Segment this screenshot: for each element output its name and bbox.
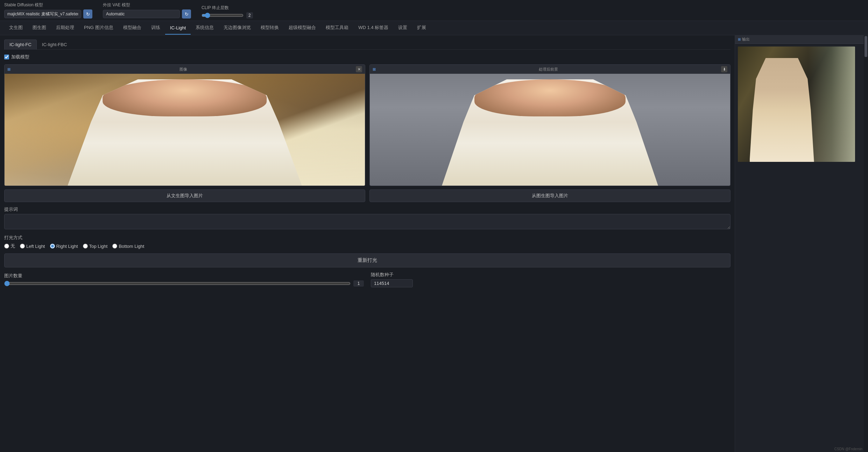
nav-tabs: 文生图 图生图 后期处理 PNG 图片信息 模型融合 训练 IC-Light 系…: [0, 21, 868, 35]
top-bar: Stable Diffusion 模型 majicMIX realistic 麦…: [0, 0, 868, 21]
clip-slider[interactable]: [202, 13, 244, 18]
import-btn-row: 从文生图导入图片 从图生图导入图片: [4, 189, 731, 202]
processed-image-body[interactable]: [370, 74, 730, 186]
vae-select[interactable]: Automatic: [103, 10, 180, 18]
input-image-visual: [5, 74, 365, 186]
count-row: 图片数量 1 随机数种子 114514: [4, 272, 731, 287]
vae-section: 外挂 VAE 模型 Automatic ↻: [103, 2, 191, 19]
nav-tab-postprocess[interactable]: 后期处理: [51, 21, 79, 35]
sub-tab-fc[interactable]: IC-light-FC: [4, 40, 37, 50]
output-image-visual: [738, 46, 855, 162]
nav-tab-pnginfo[interactable]: PNG 图片信息: [79, 21, 118, 35]
model-select[interactable]: majicMIX realistic 麦橘写实_v7.safetensors […: [4, 10, 81, 18]
nav-tab-imagebrowse[interactable]: 无边图像浏览: [219, 21, 256, 35]
lighting-right[interactable]: Right Light: [50, 244, 78, 249]
seed-label: 随机数种子: [371, 272, 731, 278]
lighting-left[interactable]: Left Light: [20, 244, 45, 249]
model-section: Stable Diffusion 模型 majicMIX realistic 麦…: [4, 2, 92, 19]
right-panel: ⊞ 输出 CSDN @Fndemin: [735, 35, 868, 452]
count-slider[interactable]: [4, 281, 351, 286]
output-image-area: [735, 44, 868, 452]
input-image-body[interactable]: [5, 74, 365, 186]
lighting-label: 打光方式: [4, 235, 731, 241]
prompt-label: 提示词: [4, 206, 731, 213]
lighting-top-radio[interactable]: [83, 244, 88, 249]
lighting-left-radio[interactable]: [20, 244, 25, 249]
lighting-right-radio[interactable]: [50, 244, 55, 249]
nav-tab-img2img[interactable]: 图生图: [28, 21, 51, 35]
image-panel-icon: ⊞: [7, 67, 10, 72]
processed-image-panel: ⊞ 处理后前景 ⬇: [369, 64, 731, 186]
lighting-none[interactable]: 无: [4, 243, 15, 249]
nav-tab-settings[interactable]: 设置: [393, 21, 412, 35]
clip-label: CLIP 终止层数: [202, 5, 253, 11]
nav-tab-sysinfo[interactable]: 系统信息: [191, 21, 219, 35]
lighting-bottom-radio[interactable]: [112, 244, 117, 249]
nav-tab-iclight[interactable]: IC-Light: [165, 22, 191, 35]
nav-tab-merge[interactable]: 模型融合: [118, 21, 146, 35]
nav-tab-toolbox[interactable]: 模型工具箱: [321, 21, 353, 35]
refresh-icon: ↻: [86, 12, 90, 17]
count-section: 图片数量 1: [4, 273, 364, 287]
vae-refresh-btn[interactable]: ↻: [182, 9, 191, 19]
lighting-bottom-label: Bottom Light: [119, 244, 144, 249]
lighting-radio-group: 无 Left Light Right Light Top Light Botto…: [4, 243, 731, 249]
model-select-row: majicMIX realistic 麦橘写实_v7.safetensors […: [4, 9, 92, 19]
load-model-checkbox[interactable]: [4, 55, 9, 59]
seed-value: 114514: [371, 279, 413, 287]
refresh-icon-vae: ↻: [185, 12, 189, 17]
vae-select-row: Automatic ↻: [103, 9, 191, 19]
model-refresh-btn[interactable]: ↻: [83, 9, 92, 19]
input-image-close-btn[interactable]: ✕: [356, 66, 362, 72]
vae-label: 外挂 VAE 模型: [103, 2, 191, 8]
processed-image-header: ⊞ 处理后前景 ⬇: [370, 65, 730, 74]
count-slider-row: 1: [4, 280, 364, 287]
input-figure: [68, 79, 302, 186]
lighting-none-radio[interactable]: [4, 244, 9, 249]
input-image-header: ⊞ 图像 ✕: [5, 65, 365, 74]
sub-tab-fbc[interactable]: IC-light-FBC: [37, 40, 72, 49]
seed-section: 随机数种子 114514: [371, 272, 731, 287]
clip-row: 2: [202, 12, 253, 19]
scrollbar[interactable]: [864, 35, 868, 452]
count-value: 1: [353, 280, 364, 287]
lighting-top[interactable]: Top Light: [83, 244, 108, 249]
output-image: [738, 46, 855, 162]
import-from-img2img-btn[interactable]: 从图生图导入图片: [369, 189, 731, 202]
content-area: IC-light-FC IC-light-FBC 加载模型 ⊞ 图像 ✕: [0, 35, 868, 452]
lighting-right-label: Right Light: [56, 244, 78, 249]
lighting-section: 打光方式 无 Left Light Right Light Top Light: [4, 235, 731, 249]
left-panel: IC-light-FC IC-light-FBC 加载模型 ⊞ 图像 ✕: [0, 35, 735, 452]
scrollbar-thumb[interactable]: [865, 36, 867, 57]
output-icon: ⊞: [738, 37, 741, 41]
processed-image-visual: [370, 74, 730, 186]
lighting-bottom[interactable]: Bottom Light: [112, 244, 144, 249]
nav-tab-modelconv[interactable]: 模型转换: [256, 21, 284, 35]
import-from-txt2img-btn[interactable]: 从文生图导入图片: [4, 189, 365, 202]
processed-image-label: 处理后前景: [539, 67, 558, 72]
nav-tab-extensions[interactable]: 扩展: [412, 21, 431, 35]
lighting-left-label: Left Light: [26, 244, 45, 249]
nav-tab-txt2img[interactable]: 文生图: [4, 21, 28, 35]
relight-btn[interactable]: 重新打光: [4, 253, 731, 267]
input-image-label: 图像: [179, 67, 187, 72]
nav-tab-train[interactable]: 训练: [146, 21, 165, 35]
output-label: 输出: [742, 37, 750, 42]
nav-tab-supermerge[interactable]: 超级模型融合: [284, 21, 321, 35]
watermark: CSDN @Fndemin: [834, 447, 862, 451]
lighting-none-label: 无: [10, 243, 15, 249]
processed-image-download-btn[interactable]: ⬇: [721, 66, 727, 72]
load-model-label[interactable]: 加载模型: [11, 54, 29, 60]
image-panels: ⊞ 图像 ✕ ⊞ 处理后前景 ⬇: [4, 64, 731, 186]
load-model-row: 加载模型: [4, 54, 731, 60]
lighting-top-label: Top Light: [89, 244, 108, 249]
count-label: 图片数量: [4, 273, 364, 279]
nav-tab-wd14[interactable]: WD 1.4 标签器: [353, 21, 393, 35]
output-header: ⊞ 输出: [735, 35, 868, 44]
prompt-textarea[interactable]: [4, 214, 731, 229]
processed-figure: [442, 79, 658, 186]
sub-tabs: IC-light-FC IC-light-FBC: [4, 40, 731, 50]
clip-value: 2: [246, 12, 253, 19]
clip-section: CLIP 终止层数 2: [202, 5, 253, 19]
model-label: Stable Diffusion 模型: [4, 2, 92, 8]
